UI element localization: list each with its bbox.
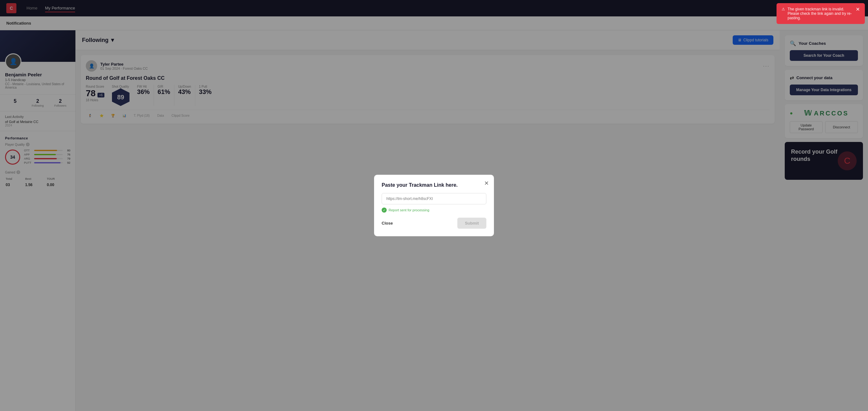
modal-close-x-button[interactable]: ✕	[484, 180, 489, 187]
trackman-modal: Paste your Trackman Link here. ✕ ✓ Repor…	[374, 175, 494, 236]
error-toast: ⚠ The given trackman link is invalid. Pl…	[777, 3, 865, 24]
success-message: ✓ Report sent for processing	[382, 208, 486, 213]
modal-close-button[interactable]: Close	[382, 218, 393, 228]
modal-submit-button[interactable]: Submit	[457, 218, 486, 229]
modal-title: Paste your Trackman Link here.	[382, 182, 486, 188]
warning-icon: ⚠	[782, 7, 785, 11]
modal-footer: Close Submit	[382, 218, 486, 229]
toast-close-button[interactable]: ✕	[856, 7, 860, 12]
toast-message: The given trackman link is invalid. Plea…	[787, 7, 853, 20]
success-icon: ✓	[382, 208, 387, 213]
trackman-link-input[interactable]	[382, 193, 486, 204]
success-text: Report sent for processing	[389, 208, 429, 212]
modal-overlay[interactable]: Paste your Trackman Link here. ✕ ✓ Repor…	[0, 0, 868, 411]
